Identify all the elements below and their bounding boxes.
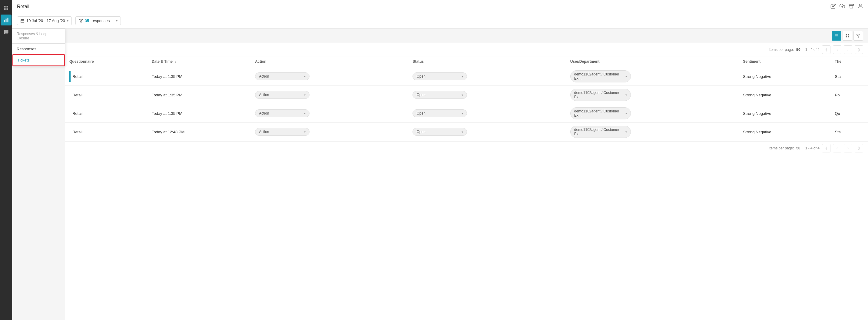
user-avatar[interactable]	[858, 3, 863, 10]
date-filter-arrow: ▾	[67, 19, 68, 23]
svg-rect-5	[6, 19, 7, 23]
table-container: Items per page: 50 1 - 4 of 4 ⟪ ‹ › ⟫ Qu…	[65, 43, 868, 320]
action-arrow: ▾	[304, 93, 306, 97]
svg-rect-1	[7, 6, 8, 7]
action-dropdown[interactable]: Action▾	[255, 91, 310, 99]
cell-sentiment: Strong Negative	[739, 86, 831, 104]
dropdown-item-tickets[interactable]: Tickets	[12, 54, 65, 66]
user-dept-arrow: ▾	[625, 75, 627, 78]
last-page-button-bottom[interactable]: ⟫	[855, 144, 863, 152]
cell-action: Action▾	[251, 104, 408, 123]
cell-status: Open▾	[408, 104, 566, 123]
items-per-page-label-bottom: Items per page:	[769, 146, 794, 150]
svg-rect-22	[846, 36, 847, 37]
responses-filter[interactable]: 35 responses ▾	[75, 17, 121, 25]
cell-sentiment: Strong Negative	[739, 123, 831, 141]
status-dropdown[interactable]: Open▾	[412, 109, 467, 117]
col-questionnaire: Questionnaire	[65, 56, 148, 67]
user-dept-arrow: ▾	[625, 130, 627, 134]
status-dropdown[interactable]: Open▾	[412, 91, 467, 99]
cell-action: Action▾	[251, 86, 408, 104]
table-row: RetailToday at 12:48 PMAction▾Open▾demo1…	[65, 123, 868, 141]
last-page-button[interactable]: ⟫	[855, 46, 863, 54]
svg-rect-4	[4, 20, 5, 23]
user-dept-dropdown[interactable]: demo1102agent / Customer Ex...▾	[570, 126, 631, 138]
pagination-top: Items per page: 50 1 - 4 of 4 ⟪ ‹ › ⟫	[65, 43, 868, 56]
cell-action: Action▾	[251, 67, 408, 86]
responses-label: responses	[91, 19, 110, 23]
date-range-filter[interactable]: 19 Jul '20 - 17 Aug '20 ▾	[17, 17, 72, 25]
prev-page-button-bottom[interactable]: ‹	[833, 144, 841, 152]
tickets-table: Questionnaire Date & Time ↓ Action Statu…	[65, 56, 868, 141]
action-dropdown[interactable]: Action▾	[255, 109, 310, 117]
status-arrow: ▾	[462, 75, 463, 78]
cell-datetime: Today at 1:35 PM	[148, 67, 251, 86]
svg-rect-23	[848, 36, 849, 37]
cell-user-dept: demo1102agent / Customer Ex...▾	[566, 86, 739, 104]
app-title: Retail	[17, 4, 831, 9]
tickets-header: 4 Tickets	[12, 28, 868, 43]
first-page-button[interactable]: ⟪	[822, 46, 831, 54]
date-range-label: 19 Jul '20 - 17 Aug '20	[26, 19, 65, 23]
cell-user-dept: demo1102agent / Customer Ex...▾	[566, 104, 739, 123]
upload-icon[interactable]	[840, 3, 845, 10]
next-page-button[interactable]: ›	[844, 46, 852, 54]
col-the: The	[831, 56, 868, 67]
content-area: 4 Tickets Responses & Loop Closure	[12, 28, 868, 320]
cell-questionnaire: Retail	[65, 123, 148, 141]
row-indicator	[69, 71, 70, 82]
svg-point-10	[860, 4, 861, 6]
action-arrow: ▾	[304, 130, 306, 134]
cell-user-dept: demo1102agent / Customer Ex...▾	[566, 67, 739, 86]
edit-icon[interactable]	[831, 3, 836, 10]
cell-datetime: Today at 1:35 PM	[148, 86, 251, 104]
sidebar-icon-grid[interactable]	[1, 2, 11, 13]
svg-rect-20	[846, 34, 847, 35]
cell-questionnaire: Retail	[65, 67, 148, 86]
grid-view-button[interactable]	[842, 31, 852, 40]
status-dropdown[interactable]: Open▾	[412, 72, 467, 80]
dropdown-menu: Responses & Loop Closure Responses Ticke…	[12, 28, 65, 66]
action-dropdown[interactable]: Action▾	[255, 128, 310, 136]
items-per-page-value: 50	[796, 48, 800, 52]
header-actions	[831, 3, 863, 10]
user-dept-dropdown[interactable]: demo1102agent / Customer Ex...▾	[570, 70, 631, 82]
first-page-button-bottom[interactable]: ⟪	[822, 144, 831, 152]
sidebar-icon-chart[interactable]	[1, 14, 11, 25]
main-content: Retail 19 Jul '20 - 17 Aug '20	[12, 0, 868, 320]
status-arrow: ▾	[462, 130, 463, 134]
sort-datetime-icon: ↓	[175, 60, 176, 63]
responses-filter-arrow: ▾	[116, 19, 118, 23]
user-dept-dropdown[interactable]: demo1102agent / Customer Ex...▾	[570, 107, 631, 119]
user-dept-dropdown[interactable]: demo1102agent / Customer Ex...▾	[570, 89, 631, 101]
app-header: Retail	[12, 0, 868, 13]
cell-questionnaire: Retail	[65, 86, 148, 104]
sidebar-icon-chat[interactable]	[1, 27, 11, 37]
action-arrow: ▾	[304, 75, 306, 78]
svg-rect-21	[848, 34, 849, 35]
items-per-page-value-bottom: 50	[796, 146, 800, 150]
cell-sentiment: Strong Negative	[739, 104, 831, 123]
pagination-range: 1 - 4 of 4	[805, 48, 819, 52]
user-dept-arrow: ▾	[625, 112, 627, 115]
svg-rect-0	[4, 6, 5, 7]
svg-rect-2	[4, 8, 5, 10]
prev-page-button[interactable]: ‹	[833, 46, 841, 54]
cell-status: Open▾	[408, 67, 566, 86]
cell-the: Qu	[831, 104, 868, 123]
col-user-dept: User/Department	[566, 56, 739, 67]
table-filter-button[interactable]	[854, 31, 863, 40]
action-dropdown[interactable]: Action▾	[255, 72, 310, 80]
dropdown-item-responses[interactable]: Responses	[12, 43, 65, 54]
cell-the: Sta	[831, 67, 868, 86]
list-view-button[interactable]	[832, 31, 841, 40]
table-row: RetailToday at 1:35 PMAction▾Open▾demo11…	[65, 67, 868, 86]
status-dropdown[interactable]: Open▾	[412, 128, 467, 136]
svg-marker-24	[857, 34, 860, 37]
cell-action: Action▾	[251, 123, 408, 141]
svg-rect-18	[835, 35, 838, 36]
next-page-button-bottom[interactable]: ›	[844, 144, 852, 152]
svg-rect-9	[849, 4, 854, 5]
archive-icon[interactable]	[848, 3, 854, 10]
cell-user-dept: demo1102agent / Customer Ex...▾	[566, 123, 739, 141]
